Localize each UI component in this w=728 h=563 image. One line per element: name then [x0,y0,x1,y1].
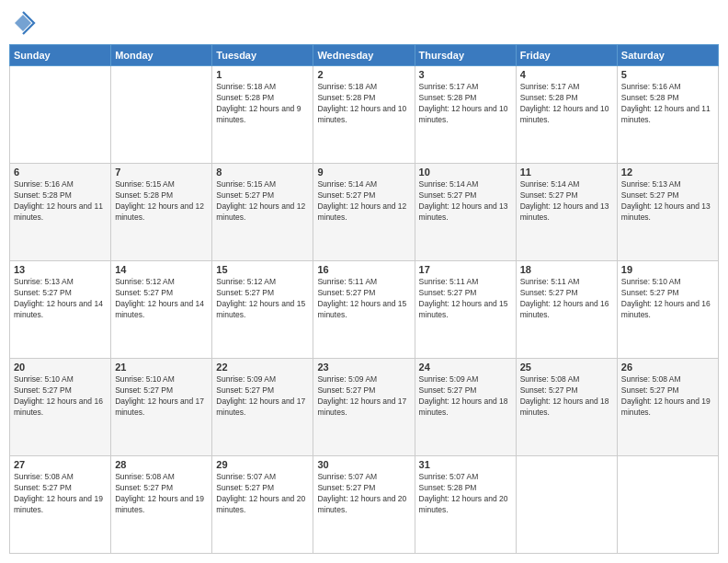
day-info: Sunrise: 5:09 AM Sunset: 5:27 PM Dayligh… [419,374,512,419]
day-number: 2 [317,69,410,80]
day-number: 30 [317,459,410,470]
calendar-cell [10,66,111,164]
week-row-2: 6 Sunrise: 5:16 AM Sunset: 5:28 PM Dayli… [10,164,719,261]
day-info: Sunrise: 5:08 AM Sunset: 5:27 PM Dayligh… [621,374,714,419]
sunset-text: Sunset: 5:27 PM [115,385,208,396]
calendar-cell: 2 Sunrise: 5:18 AM Sunset: 5:28 PM Dayli… [313,66,415,164]
sunrise-text: Sunrise: 5:13 AM [14,277,107,288]
day-number: 12 [621,167,714,178]
day-number: 24 [419,362,512,373]
daylight-text: Daylight: 12 hours and 14 minutes. [14,299,107,321]
day-number: 9 [317,167,410,178]
weekday-monday: Monday [111,45,212,66]
daylight-text: Daylight: 12 hours and 20 minutes. [419,494,512,516]
daylight-text: Daylight: 12 hours and 12 minutes. [115,201,208,224]
sunset-text: Sunset: 5:27 PM [621,288,714,299]
day-info: Sunrise: 5:18 AM Sunset: 5:28 PM Dayligh… [317,82,410,126]
day-info: Sunrise: 5:08 AM Sunset: 5:27 PM Dayligh… [115,472,208,516]
weekday-wednesday: Wednesday [313,45,415,66]
day-info: Sunrise: 5:10 AM Sunset: 5:27 PM Dayligh… [14,374,107,419]
day-number: 22 [216,362,309,373]
weekday-tuesday: Tuesday [212,45,313,66]
sunset-text: Sunset: 5:28 PM [317,93,410,104]
weekday-saturday: Saturday [617,45,718,66]
sunrise-text: Sunrise: 5:07 AM [216,472,309,483]
daylight-text: Daylight: 12 hours and 15 minutes. [216,299,309,321]
day-number: 23 [317,362,410,373]
day-info: Sunrise: 5:11 AM Sunset: 5:27 PM Dayligh… [317,277,410,321]
day-number: 6 [14,167,107,178]
day-info: Sunrise: 5:16 AM Sunset: 5:28 PM Dayligh… [621,82,714,126]
sunset-text: Sunset: 5:28 PM [520,93,613,104]
sunset-text: Sunset: 5:27 PM [419,190,512,201]
daylight-text: Daylight: 12 hours and 16 minutes. [14,396,107,419]
daylight-text: Daylight: 12 hours and 19 minutes. [621,396,714,419]
sunset-text: Sunset: 5:27 PM [216,385,309,396]
calendar-cell [516,456,617,554]
calendar-cell: 24 Sunrise: 5:09 AM Sunset: 5:27 PM Dayl… [415,359,516,456]
sunrise-text: Sunrise: 5:16 AM [14,179,107,190]
daylight-text: Daylight: 12 hours and 17 minutes. [216,396,309,419]
daylight-text: Daylight: 12 hours and 18 minutes. [419,396,512,419]
calendar-cell: 23 Sunrise: 5:09 AM Sunset: 5:27 PM Dayl… [313,359,415,456]
calendar-cell: 1 Sunrise: 5:18 AM Sunset: 5:28 PM Dayli… [212,66,313,164]
weekday-friday: Friday [516,45,617,66]
sunrise-text: Sunrise: 5:09 AM [317,374,410,385]
day-info: Sunrise: 5:07 AM Sunset: 5:27 PM Dayligh… [317,472,410,516]
calendar-cell: 3 Sunrise: 5:17 AM Sunset: 5:28 PM Dayli… [415,66,516,164]
calendar-cell: 20 Sunrise: 5:10 AM Sunset: 5:27 PM Dayl… [10,359,111,456]
sunset-text: Sunset: 5:27 PM [14,288,107,299]
sunset-text: Sunset: 5:28 PM [621,93,714,104]
weekday-header-row: SundayMondayTuesdayWednesdayThursdayFrid… [10,45,719,66]
sunrise-text: Sunrise: 5:15 AM [216,179,309,190]
daylight-text: Daylight: 12 hours and 16 minutes. [520,299,613,321]
sunset-text: Sunset: 5:28 PM [115,190,208,201]
sunrise-text: Sunrise: 5:14 AM [520,179,613,190]
daylight-text: Daylight: 12 hours and 9 minutes. [216,104,309,126]
day-info: Sunrise: 5:18 AM Sunset: 5:28 PM Dayligh… [216,82,309,126]
calendar-cell: 10 Sunrise: 5:14 AM Sunset: 5:27 PM Dayl… [415,164,516,261]
sunset-text: Sunset: 5:28 PM [216,93,309,104]
logo [9,9,40,37]
day-info: Sunrise: 5:16 AM Sunset: 5:28 PM Dayligh… [14,179,107,224]
day-number: 29 [216,459,309,470]
day-info: Sunrise: 5:14 AM Sunset: 5:27 PM Dayligh… [419,179,512,224]
day-number: 19 [621,264,714,275]
calendar-cell: 13 Sunrise: 5:13 AM Sunset: 5:27 PM Dayl… [10,261,111,359]
calendar-cell: 9 Sunrise: 5:14 AM Sunset: 5:27 PM Dayli… [313,164,415,261]
calendar-table: SundayMondayTuesdayWednesdayThursdayFrid… [9,44,719,554]
weekday-thursday: Thursday [415,45,516,66]
sunrise-text: Sunrise: 5:11 AM [520,277,613,288]
daylight-text: Daylight: 12 hours and 18 minutes. [520,396,613,419]
day-info: Sunrise: 5:09 AM Sunset: 5:27 PM Dayligh… [216,374,309,419]
sunset-text: Sunset: 5:27 PM [621,190,714,201]
day-number: 8 [216,167,309,178]
sunrise-text: Sunrise: 5:14 AM [419,179,512,190]
day-number: 21 [115,362,208,373]
calendar-cell: 30 Sunrise: 5:07 AM Sunset: 5:27 PM Dayl… [313,456,415,554]
day-number: 3 [419,69,512,80]
sunset-text: Sunset: 5:27 PM [14,385,107,396]
day-number: 7 [115,167,208,178]
sunrise-text: Sunrise: 5:16 AM [621,82,714,93]
day-number: 1 [216,69,309,80]
sunset-text: Sunset: 5:27 PM [317,190,410,201]
daylight-text: Daylight: 12 hours and 16 minutes. [621,299,714,321]
sunset-text: Sunset: 5:27 PM [115,483,208,494]
daylight-text: Daylight: 12 hours and 11 minutes. [621,104,714,126]
day-number: 25 [520,362,613,373]
day-number: 20 [14,362,107,373]
daylight-text: Daylight: 12 hours and 13 minutes. [621,201,714,224]
calendar-cell [617,456,718,554]
sunrise-text: Sunrise: 5:08 AM [520,374,613,385]
day-info: Sunrise: 5:07 AM Sunset: 5:28 PM Dayligh… [419,472,512,516]
calendar-cell: 28 Sunrise: 5:08 AM Sunset: 5:27 PM Dayl… [111,456,212,554]
day-info: Sunrise: 5:14 AM Sunset: 5:27 PM Dayligh… [520,179,613,224]
day-number: 5 [621,69,714,80]
week-row-3: 13 Sunrise: 5:13 AM Sunset: 5:27 PM Dayl… [10,261,719,359]
calendar-cell: 19 Sunrise: 5:10 AM Sunset: 5:27 PM Dayl… [617,261,718,359]
sunrise-text: Sunrise: 5:07 AM [419,472,512,483]
daylight-text: Daylight: 12 hours and 15 minutes. [419,299,512,321]
sunrise-text: Sunrise: 5:11 AM [317,277,410,288]
sunset-text: Sunset: 5:27 PM [317,288,410,299]
